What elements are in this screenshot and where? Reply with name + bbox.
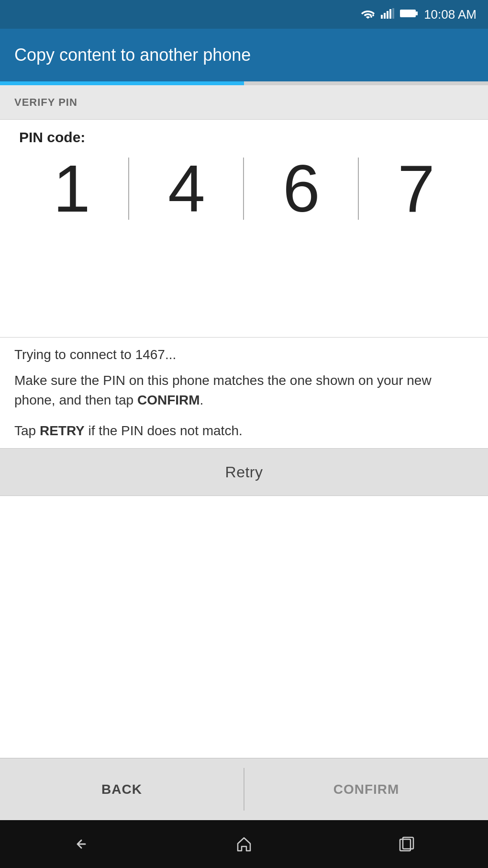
retry-instruction: Tap RETRY if the PIN does not match. [14,423,474,439]
signal-icon [381,8,394,21]
confirm-bold: CONFIRM [137,393,200,407]
pin-digit-4: 7 [359,150,474,227]
pin-digit-3: 6 [244,150,359,227]
bottom-nav: BACK CONFIRM [0,758,488,820]
app-bar-title: Copy content to another phone [14,45,251,65]
app-bar: Copy content to another phone [0,29,488,81]
pin-digit-2: 4 [129,150,244,227]
system-nav-bar [0,820,488,868]
pin-area: PIN code: 1 4 6 7 [0,120,488,227]
pin-label: PIN code: [14,129,474,146]
content-divider [0,337,488,338]
pin-digit-1: 1 [14,150,129,227]
svg-rect-7 [400,10,416,17]
svg-rect-8 [416,11,418,15]
spacer [0,241,488,337]
system-recents-button[interactable] [392,830,421,858]
svg-rect-2 [381,15,383,19]
svg-point-1 [372,14,374,16]
system-home-button[interactable] [230,830,258,858]
retry-bold: RETRY [40,423,85,438]
section-label: VERIFY PIN [0,85,488,120]
retry-button[interactable]: Retry [0,448,488,496]
match-instruction: Make sure the PIN on this phone matches … [14,371,474,410]
status-bar: 10:08 AM [0,0,488,29]
battery-icon [400,9,418,20]
tab-indicator [0,81,488,85]
pin-digits: 1 4 6 7 [14,150,474,227]
status-icons: 10:08 AM [361,7,477,22]
wifi-icon [361,8,375,21]
info-section: Trying to connect to 1467... Make sure t… [0,347,488,448]
retry-button-container: Retry [0,448,488,496]
svg-rect-4 [387,11,388,19]
status-time: 10:08 AM [424,7,477,22]
tab-active [0,81,244,85]
svg-point-0 [370,16,372,18]
svg-rect-5 [389,9,391,19]
system-back-button[interactable] [67,830,96,858]
connecting-text: Trying to connect to 1467... [14,347,474,362]
tab-inactive [244,81,488,85]
svg-rect-6 [392,8,394,19]
back-button[interactable]: BACK [0,758,244,820]
section-label-text: VERIFY PIN [14,96,78,109]
svg-rect-3 [384,13,386,19]
confirm-button[interactable]: CONFIRM [244,758,488,820]
